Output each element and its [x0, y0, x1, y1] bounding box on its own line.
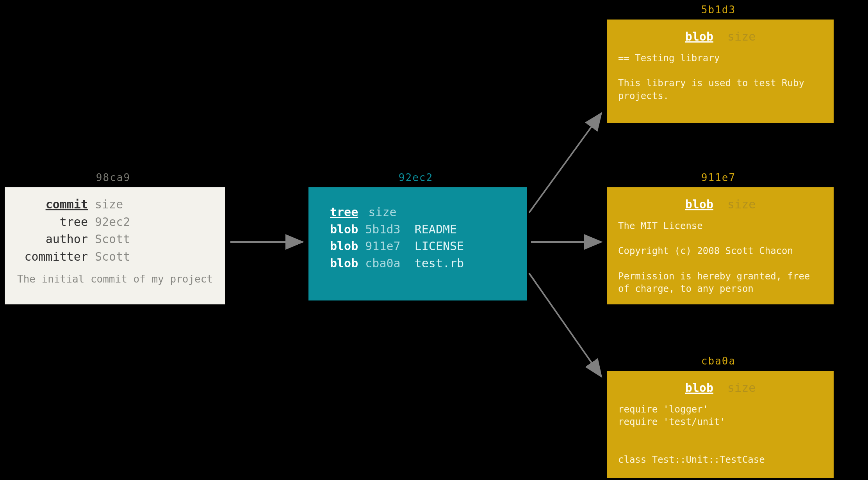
commit-tree-value: 92ec2: [95, 214, 214, 230]
tree-entry-type: blob: [330, 222, 358, 236]
tree-entries: blob 5b1d3 READMEblob 911e7 LICENSEblob …: [330, 221, 516, 272]
blob-type-label-3: blob: [685, 381, 713, 395]
tree-entry-name: README: [408, 222, 457, 236]
commit-tree-key: tree: [16, 214, 88, 230]
commit-type-label: commit: [16, 197, 88, 213]
blob-header-2: blob size: [618, 197, 823, 213]
blob-object-box-1: blob size == Testing library This librar…: [607, 20, 834, 123]
commit-fields: commit size tree 92ec2 author Scott comm…: [16, 197, 214, 265]
commit-author-key: author: [16, 231, 88, 247]
commit-hash-label: 98ca9: [82, 172, 144, 183]
blob-size-label-2: size: [727, 197, 756, 211]
blob-hash-label-1: 5b1d3: [687, 4, 750, 16]
commit-message: The initial commit of my project: [16, 273, 214, 285]
tree-entry-hash: 911e7: [358, 239, 407, 253]
tree-entry: blob cba0a test.rb: [330, 255, 516, 272]
tree-entry-name: test.rb: [408, 256, 464, 270]
tree-entry-hash: cba0a: [358, 256, 407, 270]
blob-type-label-1: blob: [685, 30, 713, 43]
tree-object-box: tree size blob 5b1d3 READMEblob 911e7 LI…: [308, 187, 527, 300]
tree-entry-name: LICENSE: [408, 239, 464, 253]
blob-header-1: blob size: [618, 29, 823, 45]
arrow-tree-to-blob-3: [529, 273, 601, 377]
diagram-canvas: 98ca9 commit size tree 92ec2 author Scot…: [0, 0, 868, 480]
commit-committer-key: committer: [16, 249, 88, 265]
commit-size-value: size: [95, 197, 214, 213]
tree-type-label: tree: [330, 205, 358, 219]
commit-committer-value: Scott: [95, 249, 214, 265]
blob-content-2: The MIT License Copyright (c) 2008 Scott…: [618, 220, 823, 295]
blob-content-1: == Testing library This library is used …: [618, 52, 823, 103]
tree-entry-type: blob: [330, 239, 358, 253]
blob-object-box-2: blob size The MIT License Copyright (c) …: [607, 187, 834, 304]
blob-size-label-3: size: [727, 381, 756, 395]
blob-header-3: blob size: [618, 380, 823, 396]
blob-content-3: require 'logger' require 'test/unit' cla…: [618, 403, 823, 466]
blob-size-label-1: size: [727, 30, 756, 43]
arrow-tree-to-blob-1: [529, 113, 601, 213]
tree-header: tree size: [330, 204, 516, 221]
blob-hash-label-3: cba0a: [687, 355, 750, 367]
commit-object-box: commit size tree 92ec2 author Scott comm…: [5, 187, 225, 304]
commit-author-value: Scott: [95, 231, 214, 247]
tree-entry: blob 911e7 LICENSE: [330, 238, 516, 255]
blob-object-box-3: blob size require 'logger' require 'test…: [607, 371, 834, 478]
tree-size-label: size: [368, 205, 396, 219]
tree-entry-hash: 5b1d3: [358, 222, 407, 236]
tree-entry: blob 5b1d3 README: [330, 221, 516, 238]
blob-hash-label-2: 911e7: [687, 172, 750, 183]
tree-hash-label: 92ec2: [385, 172, 447, 183]
blob-type-label-2: blob: [685, 197, 713, 211]
tree-entry-type: blob: [330, 256, 358, 270]
